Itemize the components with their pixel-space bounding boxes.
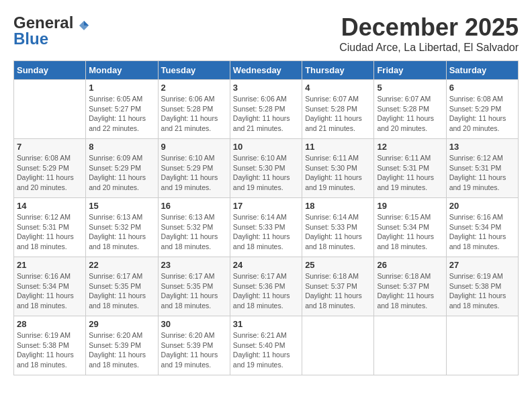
day-number: 25 bbox=[305, 260, 371, 270]
logo-blue: Blue bbox=[13, 30, 48, 48]
day-cell: 24Sunrise: 6:17 AMSunset: 5:36 PMDayligh… bbox=[230, 257, 302, 316]
day-info: Sunrise: 6:19 AMSunset: 5:38 PMDaylight:… bbox=[17, 330, 83, 370]
day-number: 2 bbox=[161, 83, 227, 93]
day-cell: 18Sunrise: 6:14 AMSunset: 5:33 PMDayligh… bbox=[302, 198, 374, 257]
day-number: 5 bbox=[377, 83, 443, 93]
day-number: 29 bbox=[89, 319, 154, 329]
day-info: Sunrise: 6:12 AMSunset: 5:31 PMDaylight:… bbox=[449, 153, 515, 193]
day-info: Sunrise: 6:11 AMSunset: 5:30 PMDaylight:… bbox=[305, 153, 371, 193]
day-number: 27 bbox=[449, 260, 515, 270]
day-cell: 8Sunrise: 6:09 AMSunset: 5:29 PMDaylight… bbox=[86, 139, 158, 198]
week-row-4: 21Sunrise: 6:16 AMSunset: 5:34 PMDayligh… bbox=[14, 257, 519, 316]
day-info: Sunrise: 6:16 AMSunset: 5:34 PMDaylight:… bbox=[17, 271, 83, 311]
col-header-sunday: Sunday bbox=[14, 61, 86, 80]
month-title: December 2025 bbox=[339, 13, 519, 42]
day-info: Sunrise: 6:08 AMSunset: 5:29 PMDaylight:… bbox=[449, 94, 515, 134]
day-number: 8 bbox=[89, 142, 154, 152]
day-cell: 23Sunrise: 6:17 AMSunset: 5:35 PMDayligh… bbox=[158, 257, 230, 316]
day-info: Sunrise: 6:17 AMSunset: 5:35 PMDaylight:… bbox=[161, 271, 227, 311]
day-number: 13 bbox=[449, 142, 515, 152]
day-info: Sunrise: 6:08 AMSunset: 5:29 PMDaylight:… bbox=[17, 153, 83, 193]
logo-icon bbox=[78, 19, 90, 32]
day-cell: 25Sunrise: 6:18 AMSunset: 5:37 PMDayligh… bbox=[302, 257, 374, 316]
day-cell bbox=[14, 80, 86, 139]
day-cell: 2Sunrise: 6:06 AMSunset: 5:28 PMDaylight… bbox=[158, 80, 230, 139]
col-header-saturday: Saturday bbox=[446, 61, 518, 80]
day-number: 22 bbox=[89, 260, 154, 270]
col-header-thursday: Thursday bbox=[302, 61, 374, 80]
day-number: 11 bbox=[305, 142, 371, 152]
header-row: SundayMondayTuesdayWednesdayThursdayFrid… bbox=[14, 61, 519, 80]
day-info: Sunrise: 6:16 AMSunset: 5:34 PMDaylight:… bbox=[449, 212, 515, 252]
day-cell: 15Sunrise: 6:13 AMSunset: 5:32 PMDayligh… bbox=[86, 198, 158, 257]
day-number: 14 bbox=[17, 201, 83, 211]
day-number: 30 bbox=[161, 319, 227, 329]
day-info: Sunrise: 6:14 AMSunset: 5:33 PMDaylight:… bbox=[233, 212, 299, 252]
day-info: Sunrise: 6:09 AMSunset: 5:29 PMDaylight:… bbox=[89, 153, 154, 193]
day-info: Sunrise: 6:05 AMSunset: 5:27 PMDaylight:… bbox=[89, 94, 154, 134]
day-info: Sunrise: 6:07 AMSunset: 5:28 PMDaylight:… bbox=[377, 94, 443, 134]
day-number: 23 bbox=[161, 260, 227, 270]
day-info: Sunrise: 6:12 AMSunset: 5:31 PMDaylight:… bbox=[17, 212, 83, 252]
day-cell: 12Sunrise: 6:11 AMSunset: 5:31 PMDayligh… bbox=[374, 139, 446, 198]
day-cell: 5Sunrise: 6:07 AMSunset: 5:28 PMDaylight… bbox=[374, 80, 446, 139]
col-header-monday: Monday bbox=[86, 61, 158, 80]
day-cell: 7Sunrise: 6:08 AMSunset: 5:29 PMDaylight… bbox=[14, 139, 86, 198]
day-number: 4 bbox=[305, 83, 371, 93]
day-info: Sunrise: 6:19 AMSunset: 5:38 PMDaylight:… bbox=[449, 271, 515, 311]
day-cell: 3Sunrise: 6:06 AMSunset: 5:28 PMDaylight… bbox=[230, 80, 302, 139]
day-number: 21 bbox=[17, 260, 83, 270]
col-header-wednesday: Wednesday bbox=[230, 61, 302, 80]
day-info: Sunrise: 6:10 AMSunset: 5:30 PMDaylight:… bbox=[233, 153, 299, 193]
day-number: 28 bbox=[17, 319, 83, 329]
day-cell: 29Sunrise: 6:20 AMSunset: 5:39 PMDayligh… bbox=[86, 316, 158, 375]
day-info: Sunrise: 6:15 AMSunset: 5:34 PMDaylight:… bbox=[377, 212, 443, 252]
day-cell: 13Sunrise: 6:12 AMSunset: 5:31 PMDayligh… bbox=[446, 139, 518, 198]
svg-marker-1 bbox=[84, 21, 89, 26]
day-cell: 14Sunrise: 6:12 AMSunset: 5:31 PMDayligh… bbox=[14, 198, 86, 257]
logo: General Blue bbox=[13, 13, 90, 48]
day-cell: 27Sunrise: 6:19 AMSunset: 5:38 PMDayligh… bbox=[446, 257, 518, 316]
day-cell: 17Sunrise: 6:14 AMSunset: 5:33 PMDayligh… bbox=[230, 198, 302, 257]
day-number: 20 bbox=[449, 201, 515, 211]
day-cell bbox=[374, 316, 446, 375]
day-number: 7 bbox=[17, 142, 83, 152]
day-cell: 6Sunrise: 6:08 AMSunset: 5:29 PMDaylight… bbox=[446, 80, 518, 139]
day-cell: 19Sunrise: 6:15 AMSunset: 5:34 PMDayligh… bbox=[374, 198, 446, 257]
location-subtitle: Ciudad Arce, La Libertad, El Salvador bbox=[339, 42, 519, 54]
day-info: Sunrise: 6:18 AMSunset: 5:37 PMDaylight:… bbox=[305, 271, 371, 311]
col-header-tuesday: Tuesday bbox=[158, 61, 230, 80]
day-number: 12 bbox=[377, 142, 443, 152]
day-cell: 4Sunrise: 6:07 AMSunset: 5:28 PMDaylight… bbox=[302, 80, 374, 139]
day-cell: 11Sunrise: 6:11 AMSunset: 5:30 PMDayligh… bbox=[302, 139, 374, 198]
day-number: 18 bbox=[305, 201, 371, 211]
day-number: 6 bbox=[449, 83, 515, 93]
day-cell: 31Sunrise: 6:21 AMSunset: 5:40 PMDayligh… bbox=[230, 316, 302, 375]
day-cell: 21Sunrise: 6:16 AMSunset: 5:34 PMDayligh… bbox=[14, 257, 86, 316]
day-cell: 20Sunrise: 6:16 AMSunset: 5:34 PMDayligh… bbox=[446, 198, 518, 257]
day-info: Sunrise: 6:20 AMSunset: 5:39 PMDaylight:… bbox=[161, 330, 227, 370]
day-number: 10 bbox=[233, 142, 299, 152]
day-info: Sunrise: 6:18 AMSunset: 5:37 PMDaylight:… bbox=[377, 271, 443, 311]
day-cell: 28Sunrise: 6:19 AMSunset: 5:38 PMDayligh… bbox=[14, 316, 86, 375]
day-cell bbox=[302, 316, 374, 375]
week-row-3: 14Sunrise: 6:12 AMSunset: 5:31 PMDayligh… bbox=[14, 198, 519, 257]
day-number: 26 bbox=[377, 260, 443, 270]
day-info: Sunrise: 6:11 AMSunset: 5:31 PMDaylight:… bbox=[377, 153, 443, 193]
day-number: 31 bbox=[233, 319, 299, 329]
day-cell: 10Sunrise: 6:10 AMSunset: 5:30 PMDayligh… bbox=[230, 139, 302, 198]
day-number: 9 bbox=[161, 142, 227, 152]
day-info: Sunrise: 6:17 AMSunset: 5:35 PMDaylight:… bbox=[89, 271, 154, 311]
day-info: Sunrise: 6:06 AMSunset: 5:28 PMDaylight:… bbox=[233, 94, 299, 134]
calendar-table: SundayMondayTuesdayWednesdayThursdayFrid… bbox=[13, 60, 519, 375]
day-cell: 30Sunrise: 6:20 AMSunset: 5:39 PMDayligh… bbox=[158, 316, 230, 375]
day-number: 1 bbox=[89, 83, 154, 93]
day-cell: 1Sunrise: 6:05 AMSunset: 5:27 PMDaylight… bbox=[86, 80, 158, 139]
col-header-friday: Friday bbox=[374, 61, 446, 80]
day-number: 24 bbox=[233, 260, 299, 270]
day-info: Sunrise: 6:17 AMSunset: 5:36 PMDaylight:… bbox=[233, 271, 299, 311]
day-cell bbox=[446, 316, 518, 375]
day-info: Sunrise: 6:06 AMSunset: 5:28 PMDaylight:… bbox=[161, 94, 227, 134]
week-row-5: 28Sunrise: 6:19 AMSunset: 5:38 PMDayligh… bbox=[14, 316, 519, 375]
day-number: 16 bbox=[161, 201, 227, 211]
